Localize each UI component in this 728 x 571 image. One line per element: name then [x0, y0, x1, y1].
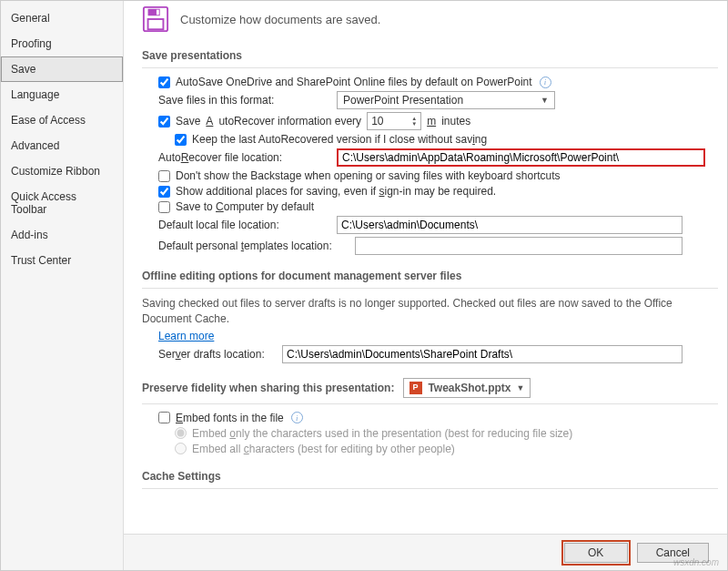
row-embed-only: Embed only the characters used in the pr… — [175, 427, 718, 440]
svg-rect-3 — [157, 10, 159, 15]
section-offline: Offline editing options for document man… — [142, 264, 718, 363]
options-window: General Proofing Save Language Ease of A… — [0, 0, 728, 571]
label-default-templates: Default personal templates location: — [158, 240, 349, 252]
link-learn-more[interactable]: Learn more — [158, 330, 214, 342]
pptx-icon — [410, 382, 422, 394]
chevron-down-icon: ▼ — [517, 383, 525, 393]
header-row: Customize how documents are saved. — [142, 5, 718, 33]
spinner-autorecover-minutes[interactable]: 10 ▲▼ — [367, 112, 421, 130]
sidebar-item-customize-ribbon[interactable]: Customize Ribbon — [1, 158, 123, 184]
label-embed-fonts: Embed fonts in the file — [176, 412, 284, 424]
content-panel: Customize how documents are saved. Save … — [124, 1, 727, 570]
checkbox-dont-show-backstage[interactable] — [158, 170, 170, 182]
sidebar-item-save[interactable]: Save — [1, 56, 123, 82]
checkbox-show-additional[interactable] — [158, 186, 170, 198]
checkbox-embed-fonts[interactable] — [158, 412, 170, 423]
sidebar-item-advanced[interactable]: Advanced — [1, 133, 123, 158]
section-preserve: Preserve fidelity when sharing this pres… — [142, 372, 718, 455]
label-minutes: inutes — [441, 115, 470, 127]
sidebar-item-general[interactable]: General — [1, 5, 123, 31]
input-default-local[interactable] — [337, 216, 682, 234]
offline-desc: Saving checked out files to server draft… — [142, 296, 718, 327]
footer: OK Cancel — [124, 534, 727, 570]
row-default-local: Default local file location: — [158, 216, 718, 234]
row-dont-show-backstage: Don't show the Backstage when opening or… — [158, 169, 718, 182]
label-embed-all: Embed all characters (best for editing b… — [192, 443, 455, 455]
input-default-templates[interactable] — [355, 237, 682, 255]
label-autorecover-mid: utoRecover information every — [218, 115, 361, 127]
label-save-to-computer: Save to Computer by default — [176, 200, 314, 213]
label-show-additional: Show additional places for saving, even … — [176, 185, 496, 198]
save-disk-icon — [142, 5, 169, 33]
sidebar-item-ease-of-access[interactable]: Ease of Access — [1, 107, 123, 133]
label-server-drafts: Server drafts location: — [158, 348, 277, 361]
section-header-preserve: Preserve fidelity when sharing this pres… — [142, 372, 718, 404]
section-header-save-presentations: Save presentations — [142, 44, 718, 68]
row-format: Save files in this format: PowerPoint Pr… — [158, 91, 718, 109]
row-default-templates: Default personal templates location: — [158, 237, 718, 255]
label-autosave: AutoSave OneDrive and SharePoint Online … — [176, 76, 532, 88]
watermark: wsxdn.com — [673, 557, 719, 567]
sidebar: General Proofing Save Language Ease of A… — [1, 1, 124, 570]
spinner-arrows-icon: ▲▼ — [411, 116, 417, 127]
page-title: Customize how documents are saved. — [180, 13, 380, 26]
label-autorecover-pre: Save — [176, 115, 200, 127]
label-autorecover-location: AutoRecover file location: — [158, 151, 331, 164]
select-file-format[interactable]: PowerPoint Presentation ▼ — [337, 91, 555, 109]
label-keep-last: Keep the last AutoRecovered version if I… — [192, 133, 487, 146]
section-cache: Cache Settings — [142, 464, 718, 515]
scroll-area[interactable]: Customize how documents are saved. Save … — [124, 1, 727, 535]
label-default-local: Default local file location: — [158, 219, 331, 231]
section-header-offline: Offline editing options for document man… — [142, 264, 718, 289]
label-dont-show-backstage: Don't show the Backstage when opening or… — [176, 169, 561, 182]
info-icon[interactable]: i — [291, 412, 303, 423]
radio-embed-all — [175, 443, 187, 454]
row-save-to-computer: Save to Computer by default — [158, 200, 718, 213]
row-autorecover-location: AutoRecover file location: — [158, 148, 718, 167]
input-server-drafts[interactable] — [282, 345, 682, 363]
checkbox-autorecover[interactable] — [158, 116, 170, 127]
row-show-additional: Show additional places for saving, even … — [158, 185, 718, 198]
row-keep-last: Keep the last AutoRecovered version if I… — [175, 133, 718, 146]
checkbox-keep-last[interactable] — [175, 134, 187, 146]
row-embed-all: Embed all characters (best for editing b… — [175, 443, 718, 455]
row-autorecover-every: Save AutoRecover information every 10 ▲▼… — [158, 112, 718, 130]
checkbox-autosave[interactable] — [158, 76, 170, 88]
svg-rect-2 — [148, 19, 164, 29]
section-save-presentations: Save presentations AutoSave OneDrive and… — [142, 44, 718, 255]
spinner-value: 10 — [371, 115, 383, 127]
radio-embed-only — [175, 427, 187, 439]
file-name: TweakShot.pptx — [428, 382, 511, 394]
accel-a: A — [206, 115, 213, 127]
label-format: Save files in this format: — [158, 94, 331, 107]
select-file-format-value: PowerPoint Presentation — [343, 94, 463, 107]
sidebar-item-proofing[interactable]: Proofing — [1, 31, 123, 56]
row-server-drafts: Server drafts location: — [158, 345, 718, 363]
input-autorecover-location[interactable] — [337, 148, 705, 167]
sidebar-item-language[interactable]: Language — [1, 82, 123, 107]
select-presentation-file[interactable]: TweakShot.pptx ▼ — [403, 378, 531, 398]
row-embed-fonts: Embed fonts in the file i — [158, 412, 718, 424]
sidebar-item-quick-access-toolbar[interactable]: Quick Access Toolbar — [1, 184, 123, 222]
accel-m: m — [427, 115, 436, 127]
label-embed-only: Embed only the characters used in the pr… — [192, 427, 572, 440]
sidebar-item-add-ins[interactable]: Add-ins — [1, 222, 123, 248]
info-icon[interactable]: i — [540, 76, 551, 88]
checkbox-save-to-computer[interactable] — [158, 201, 170, 213]
chevron-down-icon: ▼ — [541, 96, 549, 105]
section-header-cache: Cache Settings — [142, 464, 718, 489]
row-autosave: AutoSave OneDrive and SharePoint Online … — [158, 76, 718, 88]
sidebar-item-trust-center[interactable]: Trust Center — [1, 248, 123, 273]
ok-button[interactable]: OK — [564, 543, 628, 563]
